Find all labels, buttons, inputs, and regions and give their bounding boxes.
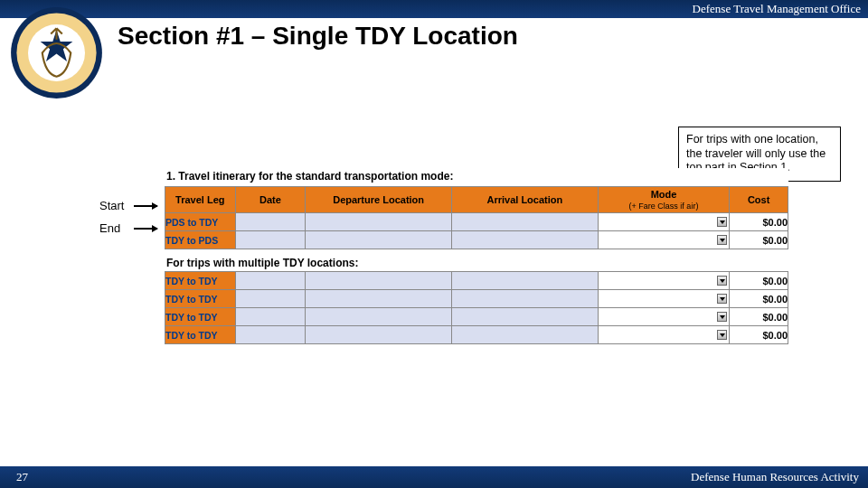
col-travel-leg: Travel Leg	[165, 187, 236, 213]
table-row: TDY to TDY $0.00	[165, 272, 788, 290]
departure-input[interactable]	[306, 213, 452, 231]
leg-label: TDY to TDY	[165, 272, 236, 290]
mode-dropdown[interactable]	[598, 272, 730, 290]
cost-value: $0.00	[730, 326, 788, 344]
mode-dropdown[interactable]	[598, 213, 730, 231]
date-input[interactable]	[235, 326, 306, 344]
mode-dropdown[interactable]	[598, 290, 730, 308]
date-input[interactable]	[235, 272, 306, 290]
arrival-input[interactable]	[451, 213, 598, 231]
table-row: TDY to TDY $0.00	[165, 290, 788, 308]
leg-label: TDY to TDY	[165, 308, 236, 326]
arrival-input[interactable]	[451, 231, 598, 249]
slide-title: Section #1 – Single TDY Location	[118, 22, 518, 51]
chevron-down-icon	[717, 330, 727, 340]
col-arrival: Arrival Location	[451, 187, 598, 213]
itinerary-form: 1. Travel itinerary for the standard tra…	[165, 168, 788, 344]
departure-input[interactable]	[306, 290, 452, 308]
chevron-down-icon	[717, 217, 727, 227]
date-input[interactable]	[235, 213, 306, 231]
col-mode: Mode(+ Fare Class if air)	[598, 187, 730, 213]
footer-org: Defense Human Resources Activity	[691, 470, 859, 484]
date-input[interactable]	[235, 290, 306, 308]
col-date: Date	[235, 187, 306, 213]
itinerary-table-primary: Travel Leg Date Departure Location Arriv…	[165, 186, 788, 249]
table-row: TDY to TDY $0.00	[165, 326, 788, 344]
chevron-down-icon	[717, 294, 727, 304]
arrow-icon	[134, 228, 157, 230]
header-org: Defense Travel Management Office	[693, 2, 861, 16]
col-cost: Cost	[730, 187, 788, 213]
date-input[interactable]	[235, 231, 306, 249]
start-label: Start	[99, 199, 124, 212]
cost-value: $0.00	[730, 290, 788, 308]
chevron-down-icon	[717, 276, 727, 286]
date-input[interactable]	[235, 308, 306, 326]
form-subheading: For trips with multiple TDY locations:	[165, 249, 788, 271]
leg-label: TDY to TDY	[165, 290, 236, 308]
table-row: PDS to TDY $0.00	[165, 213, 788, 231]
table-row: TDY to PDS $0.00	[165, 231, 788, 249]
form-heading: 1. Travel itinerary for the standard tra…	[165, 168, 788, 186]
col-departure: Departure Location	[306, 187, 452, 213]
arrival-input[interactable]	[451, 308, 598, 326]
table-row: TDY to TDY $0.00	[165, 308, 788, 326]
itinerary-table-multi: TDY to TDY $0.00 TDY to TDY $0.00 TDY to…	[165, 271, 788, 344]
mode-dropdown[interactable]	[598, 326, 730, 344]
table-header-row: Travel Leg Date Departure Location Arriv…	[165, 187, 788, 213]
departure-input[interactable]	[306, 272, 452, 290]
leg-label: TDY to PDS	[165, 231, 236, 249]
end-label: End	[99, 221, 120, 235]
arrival-input[interactable]	[451, 326, 598, 344]
departure-input[interactable]	[306, 326, 452, 344]
cost-value: $0.00	[730, 213, 788, 231]
departure-input[interactable]	[306, 308, 452, 326]
arrival-input[interactable]	[451, 272, 598, 290]
leg-label: TDY to TDY	[165, 326, 236, 344]
arrow-icon	[134, 205, 157, 207]
departure-input[interactable]	[306, 231, 452, 249]
dod-seal-logo	[9, 5, 104, 100]
arrival-input[interactable]	[451, 290, 598, 308]
cost-value: $0.00	[730, 231, 788, 249]
mode-dropdown[interactable]	[598, 308, 730, 326]
page-number: 27	[16, 470, 28, 484]
chevron-down-icon	[717, 312, 727, 322]
chevron-down-icon	[717, 235, 727, 245]
cost-value: $0.00	[730, 308, 788, 326]
cost-value: $0.00	[730, 272, 788, 290]
leg-label: PDS to TDY	[165, 213, 236, 231]
mode-dropdown[interactable]	[598, 231, 730, 249]
